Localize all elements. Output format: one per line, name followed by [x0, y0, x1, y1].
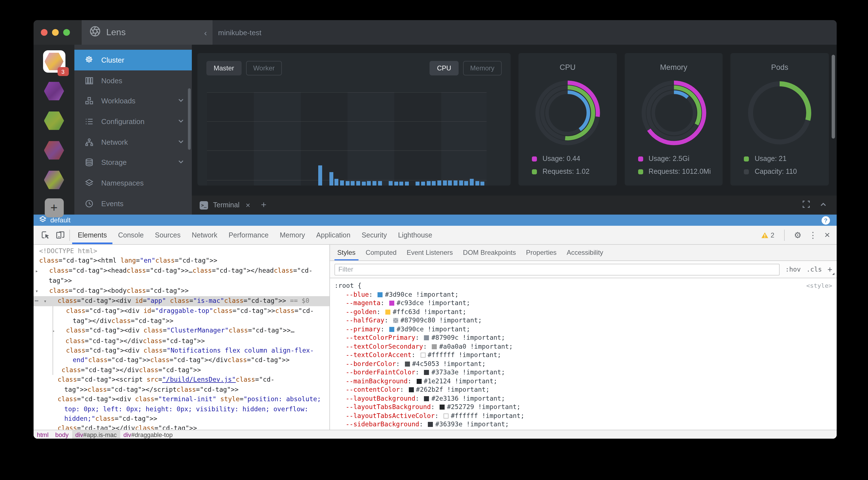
devtools-tab-network[interactable]: Network [186, 226, 223, 244]
terminal-expand-icon[interactable] [803, 200, 810, 210]
css-property-name[interactable]: --textColorSecondary [346, 342, 423, 350]
css-property-name[interactable]: --textColorAccent [346, 351, 411, 359]
device-toolbar-icon[interactable] [53, 228, 67, 242]
devtools-settings-icon[interactable]: ⚙ [794, 230, 801, 240]
rail-cluster-red[interactable] [43, 139, 65, 162]
css-property-row[interactable]: --textColorAccent: #ffffff !important; [335, 351, 832, 359]
css-property-value[interactable]: #ffffff !important; [451, 412, 524, 419]
styles-tab-accessibility[interactable]: Accessibility [561, 245, 608, 261]
styles-tab-dom-breakpoints[interactable]: DOM Breakpoints [458, 245, 521, 261]
dom-node-line[interactable]: ▸class="cd-tag"><headclass="cd-tag">>…cl… [34, 266, 330, 286]
css-property-row[interactable]: --primary: #3d90ce !important; [335, 325, 832, 334]
add-cluster-button[interactable]: + [44, 198, 63, 217]
css-property-value[interactable]: #36393e !important; [435, 420, 509, 428]
css-property-value[interactable]: #87909c80 !important; [400, 316, 482, 324]
chevron-down-icon[interactable] [178, 97, 184, 105]
css-selector[interactable]: :root { [335, 282, 806, 290]
css-property-value[interactable]: #4c5053 !important; [412, 359, 486, 367]
sidebar-item-cluster[interactable]: ☸Cluster [74, 50, 192, 70]
css-property-row[interactable]: --magenta: #c93dce !important; [335, 299, 832, 308]
css-property-name[interactable]: --contentColor [346, 385, 400, 393]
css-property-name[interactable]: --mainBackground [346, 377, 408, 385]
color-swatch[interactable] [378, 292, 383, 297]
css-property-row[interactable]: --layoutTabsActiveColor: #ffffff !import… [335, 412, 832, 420]
css-property-name[interactable]: --layoutTabsActiveColor [346, 412, 435, 419]
zoom-window-button[interactable] [63, 29, 70, 36]
css-property-name[interactable]: --borderColor [346, 359, 396, 367]
dom-node-line[interactable]: class="cd-tag"></divclass="cd-tag">> [34, 366, 330, 375]
sidebar-item-configuration[interactable]: Configuration [74, 111, 192, 132]
tab-node-worker[interactable]: Worker [246, 61, 282, 75]
sidebar-item-workloads[interactable]: Workloads [74, 91, 192, 111]
color-swatch[interactable] [416, 379, 422, 384]
color-swatch[interactable] [420, 353, 425, 357]
sidebar-item-events[interactable]: Events [74, 193, 192, 214]
css-property-row[interactable]: --halfGray: #87909c80 !important; [335, 316, 832, 325]
toggle-hover-state-button[interactable]: :hov [785, 266, 801, 273]
rail-cluster-minikube-test[interactable]: 3 [43, 50, 65, 73]
rail-cluster-violet[interactable] [43, 169, 65, 191]
color-swatch[interactable] [385, 309, 391, 314]
terminal-tab[interactable]: Terminal [213, 201, 240, 209]
css-property-row[interactable]: --blue: #3d90ce !important; [335, 290, 832, 299]
breadcrumb-body[interactable]: body [52, 430, 72, 439]
inspect-element-icon[interactable] [38, 228, 53, 242]
chevron-down-icon[interactable] [178, 159, 184, 167]
sidebar-item-namespaces[interactable]: Namespaces [74, 173, 192, 193]
close-window-button[interactable] [41, 29, 48, 36]
color-swatch[interactable] [440, 405, 445, 410]
css-property-row[interactable]: --borderColor: #4c5053 !important; [335, 359, 832, 368]
terminal-add-icon[interactable]: + [261, 200, 267, 211]
css-source-link[interactable]: <style> [806, 282, 832, 290]
devtools-tab-application[interactable]: Application [311, 226, 356, 244]
devtools-close-icon[interactable]: × [825, 229, 830, 241]
dom-node-line[interactable]: ▾class="cd-tag"><div id="app" class="is-… [34, 296, 330, 307]
css-property-row[interactable]: --golden: #ffc63d !important; [335, 308, 832, 316]
sidebar-collapse-icon[interactable]: ‹ [204, 28, 207, 37]
dom-node-line[interactable]: class="cd-tag"><div class="Notifications… [34, 346, 330, 366]
css-property-name[interactable]: --layoutTabsBackground [346, 403, 431, 411]
devtools-tab-lighthouse[interactable]: Lighthouse [392, 226, 438, 244]
css-property-value[interactable]: #87909c !important; [432, 334, 505, 341]
breadcrumb-divdraggable-top[interactable]: div#draggable-top [120, 430, 176, 439]
element-classes-button[interactable]: .cls [806, 266, 822, 273]
css-property-row[interactable]: --textColorSecondary: #a0a0a0 !important… [335, 342, 832, 351]
css-property-value[interactable]: #a0a0a0 !important; [439, 342, 513, 350]
color-swatch[interactable] [424, 396, 429, 401]
color-swatch[interactable] [409, 387, 414, 392]
css-property-row[interactable]: --borderFaintColor: #373a3e !important; [335, 368, 832, 377]
css-property-value[interactable]: #1e2124 !important; [424, 377, 497, 385]
chevron-down-icon[interactable] [178, 138, 184, 146]
css-property-value[interactable]: #373a3e !important; [432, 368, 505, 376]
styles-tab-event-listeners[interactable]: Event Listeners [402, 245, 458, 261]
terminal-close-icon[interactable]: × [246, 201, 250, 210]
dom-node-line[interactable]: class="cd-tag"></divclass="cd-tag">> [34, 424, 330, 430]
help-button[interactable]: ? [822, 216, 830, 225]
css-property-name[interactable]: --halfGray [346, 316, 384, 324]
color-swatch[interactable] [424, 370, 429, 375]
devtools-tab-performance[interactable]: Performance [223, 226, 274, 244]
minimize-window-button[interactable] [52, 29, 59, 36]
color-swatch[interactable] [389, 327, 394, 332]
css-property-value[interactable]: #3d90ce !important; [385, 290, 459, 298]
sidebar-item-storage[interactable]: Storage [74, 152, 192, 173]
devtools-tab-sources[interactable]: Sources [149, 226, 186, 244]
tab-metric-cpu[interactable]: CPU [430, 61, 459, 75]
css-property-value[interactable]: #3d90ce !important; [397, 325, 470, 333]
css-property-name[interactable]: --layoutBackground [346, 394, 415, 402]
css-property-name[interactable]: --blue [346, 290, 369, 298]
color-swatch[interactable] [428, 422, 433, 427]
css-property-row[interactable]: --layoutTabsBackground: #252729 !importa… [335, 403, 832, 412]
dom-node-line[interactable]: class="cd-tag"><div class="terminal-init… [34, 395, 330, 423]
css-property-name[interactable]: --magenta [346, 299, 380, 307]
node-options-icon[interactable]: ⋯ [35, 296, 39, 306]
sidebar-scrollbar[interactable] [188, 88, 191, 150]
tab-node-master[interactable]: Master [206, 61, 241, 75]
dom-node-line[interactable]: ▸class="cd-tag"><div class="ClusterManag… [34, 326, 330, 346]
devtools-tab-memory[interactable]: Memory [274, 226, 311, 244]
color-swatch[interactable] [424, 335, 429, 340]
css-property-value[interactable]: #ffffff !important; [428, 351, 501, 359]
namespace-label[interactable]: default [50, 216, 70, 224]
css-property-row[interactable]: --sidebarBackground: #36393e !important; [335, 420, 832, 429]
css-property-row[interactable]: --layoutBackground: #2e3136 !important; [335, 394, 832, 403]
